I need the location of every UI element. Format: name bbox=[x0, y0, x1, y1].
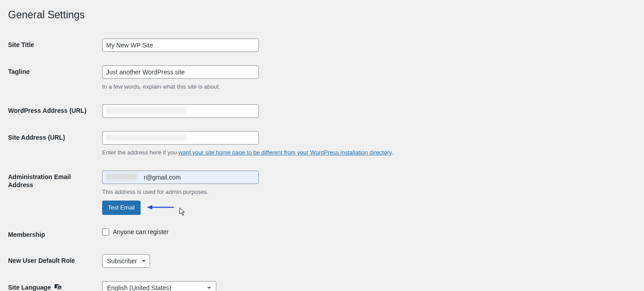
site-language-select[interactable]: English (United States) bbox=[102, 281, 216, 291]
membership-label: Membership bbox=[8, 222, 98, 248]
membership-checkbox-label: Anyone can register bbox=[113, 228, 169, 235]
site-title-label: Site Title bbox=[8, 32, 98, 59]
svg-text:A: A bbox=[58, 287, 60, 290]
site-title-input[interactable] bbox=[102, 39, 259, 52]
cursor-icon bbox=[179, 207, 186, 218]

site-address-desc-link[interactable]: want your site home page to be different… bbox=[179, 149, 391, 156]
blurred-content bbox=[106, 174, 137, 180]
default-role-label: New User Default Role bbox=[8, 248, 98, 274]
membership-checkbox[interactable] bbox=[102, 228, 109, 235]
default-role-select[interactable]: Subscriber bbox=[102, 254, 150, 268]
site-language-label-text: Site Language bbox=[8, 284, 51, 291]
admin-email-label: Administration Email Address bbox=[8, 164, 98, 222]
site-address-desc-suffix: . bbox=[391, 149, 393, 156]
tagline-label: Tagline bbox=[8, 59, 98, 98]
arrow-left-icon bbox=[147, 204, 174, 212]
blurred-content bbox=[106, 107, 186, 114]
settings-wrap: General Settings Site Title Tagline In a… bbox=[0, 0, 644, 291]
wp-address-label: WordPress Address (URL) bbox=[8, 98, 98, 124]
svg-marker-1 bbox=[147, 205, 152, 210]
blurred-content bbox=[106, 134, 186, 141]
settings-form-table: Site Title Tagline In a few words, expla… bbox=[8, 32, 636, 291]
site-language-label: Site Language 文 A bbox=[8, 274, 98, 291]
translation-icon: 文 A bbox=[55, 284, 62, 291]
admin-email-description: This address is used for admin purposes. bbox=[102, 188, 631, 197]
tagline-input[interactable] bbox=[102, 65, 259, 79]
membership-checkbox-wrap[interactable]: Anyone can register bbox=[102, 228, 631, 235]
site-address-desc-prefix: Enter the address here if you bbox=[102, 149, 179, 156]
site-address-label: Site Address (URL) bbox=[8, 124, 98, 164]
test-email-button[interactable]: Test Email bbox=[102, 201, 141, 215]
tagline-description: In a few words, explain what this site i… bbox=[102, 82, 631, 91]
site-address-description: Enter the address here if you want your … bbox=[102, 148, 631, 157]
page-title: General Settings bbox=[8, 4, 636, 24]
